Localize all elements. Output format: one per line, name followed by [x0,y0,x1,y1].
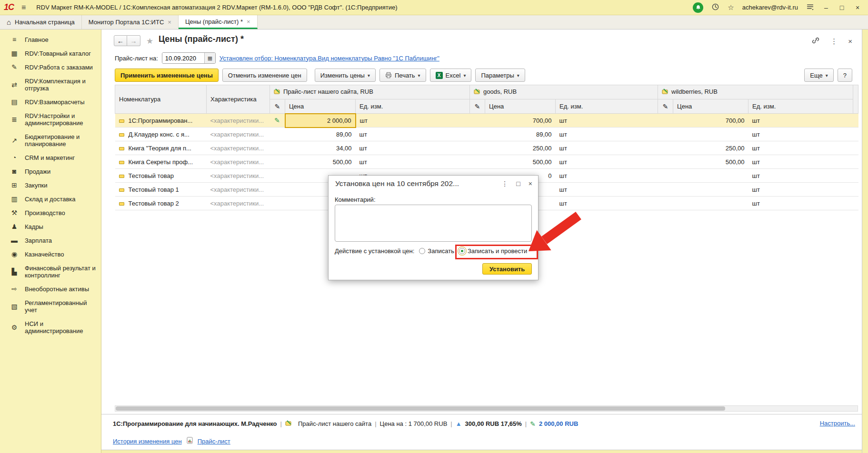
sidebar-item-vneoborotnye-aktivy[interactable]: ⇨Внеоборотные активы [0,282,101,296]
configure-link[interactable]: Настроить... [820,420,855,427]
get-link-icon[interactable] [811,36,820,46]
service-settings-icon[interactable] [806,3,814,11]
change-prices-button[interactable]: Изменить цены▾ [315,69,376,82]
sidebar-item-crm-marketing[interactable]: ◔CRM и маркетинг [0,151,101,165]
parameters-button[interactable]: Параметры▾ [475,69,525,82]
table-row[interactable]: 1С:Программирован... <характеристики... … [115,114,858,128]
price-cell[interactable]: 250,00 [485,141,556,155]
nomenclature-cell[interactable]: Тестовый товар [115,169,207,183]
sidebar-item-kaznacheystvo[interactable]: ◉Казначейство [0,247,101,261]
calendar-icon[interactable]: ▦ [204,53,215,63]
price-history-link[interactable]: История изменения цен [113,438,182,445]
unit-cell[interactable]: шт [556,183,658,197]
minimize-button[interactable]: – [822,4,830,11]
close-window-button[interactable]: × [854,4,861,11]
column-header-unit[interactable]: Ед. изм. [556,99,658,114]
column-header-unit[interactable]: Ед. изм. [356,99,470,114]
price-group-goods[interactable]: goods, RUB [470,85,658,99]
horizontal-scrollbar-thumb[interactable] [116,406,725,411]
tab-close-icon[interactable]: × [247,18,250,25]
column-header-unit[interactable]: Ед. изм. [748,99,853,114]
price-cell[interactable]: 500,00 [285,155,356,169]
help-button[interactable]: ? [838,69,852,82]
sidebar-item-glavnoe[interactable]: ≡Главное [0,33,101,47]
filter-link[interactable]: Установлен отбор: Номенклатура.Вид номен… [219,55,439,62]
unit-cell[interactable]: шт [748,169,853,183]
favorites-star-icon[interactable]: ☆ [728,4,734,11]
unit-cell[interactable]: шт [356,155,470,169]
tab-close-icon[interactable]: × [168,19,171,26]
forward-button[interactable]: → [127,35,140,46]
comment-textarea[interactable] [335,205,532,242]
favorite-star-icon[interactable]: ★ [146,36,153,46]
nomenclature-cell[interactable]: 1С:Программирован... [115,114,207,128]
sidebar-item-rdv-tovarny-katalog[interactable]: ▦RDV:Товарный каталог [0,47,101,60]
unit-cell[interactable]: шт [748,141,853,155]
nomenclature-cell[interactable]: Книга Секреты проф... [115,155,207,169]
characteristic-cell[interactable]: <характеристики... [207,114,270,128]
unit-cell[interactable]: шт [556,169,658,183]
unit-cell[interactable]: шт [356,128,470,141]
characteristic-cell[interactable]: <характеристики... [207,197,270,210]
excel-button[interactable]: XExcel▾ [430,69,472,82]
price-list-link[interactable]: Прайс-лист [198,438,230,445]
tab-prices[interactable]: Цены (прайс-лист) * × [179,15,258,29]
characteristic-cell[interactable]: <характеристики... [207,128,270,141]
table-row[interactable]: Книга Секреты проф... <характеристики...… [115,155,858,169]
price-group-wildberries[interactable]: wildberries, RUB [658,85,853,99]
nomenclature-cell[interactable]: Д.Клаудер конс. с я... [115,128,207,141]
sidebar-item-proizvodstvo[interactable]: ⚒Производство [0,206,101,220]
price-cell[interactable]: 89,00 [285,128,356,141]
cancel-price-change-button[interactable]: Отменить изменение цен [222,69,307,82]
unit-cell[interactable]: шт [556,141,658,155]
sidebar-item-kadry[interactable]: ♟Кадры [0,220,101,234]
sidebar-item-byudzhetirovanie[interactable]: ↗Бюджетирование и планирование [0,130,101,151]
date-input[interactable] [162,53,204,63]
column-header-characteristic[interactable]: Характеристика [207,85,270,114]
back-button[interactable]: ← [114,35,127,46]
unit-cell[interactable]: шт [748,155,853,169]
more-button[interactable]: Еще▾ [804,69,833,82]
characteristic-cell[interactable]: <характеристики... [207,183,270,197]
unit-cell[interactable]: шт [748,114,853,128]
unit-cell[interactable]: шт [556,197,658,210]
unit-cell[interactable]: шт [748,128,853,141]
characteristic-cell[interactable]: <характеристики... [207,141,270,155]
radio-write-and-post-label[interactable]: Записать и провести [468,247,527,255]
nomenclature-cell[interactable]: Тестовый товар 2 [115,197,207,210]
unit-cell[interactable]: шт [356,114,470,128]
characteristic-cell[interactable]: <характеристики... [207,155,270,169]
price-cell[interactable]: 500,00 [673,155,748,169]
apply-changed-prices-button[interactable]: Применить измененные цены [115,69,219,82]
selected-price-cell[interactable]: 2 000,00 [285,114,356,128]
price-cell[interactable]: 34,00 [285,141,356,155]
sidebar-item-rdv-nastroyki[interactable]: ≣RDV:Настройки и администрирование [0,109,101,130]
print-button[interactable]: Печать▾ [379,69,426,82]
unit-cell[interactable]: шт [356,141,470,155]
radio-write-label[interactable]: Записать [428,247,454,255]
column-header-price[interactable]: Цена [285,99,356,114]
column-header-price[interactable]: Цена [485,99,556,114]
unit-cell[interactable]: шт [748,197,853,210]
table-row[interactable]: Книга "Теория для п... <характеристики..… [115,141,858,155]
nomenclature-cell[interactable]: Тестовый товар 1 [115,183,207,197]
characteristic-cell[interactable]: <характеристики... [207,169,270,183]
column-header-nomenclature[interactable]: Номенклатура [115,85,207,114]
unit-cell[interactable]: шт [556,128,658,141]
price-cell[interactable]: 700,00 [673,114,748,128]
tab-home[interactable]: ⌂ Начальная страница [0,15,82,29]
sidebar-item-sklad-dostavka[interactable]: ▥Склад и доставка [0,192,101,206]
sidebar-item-zarplata[interactable]: ▬Зарплата [0,234,101,247]
price-cell[interactable]: 250,00 [673,141,748,155]
sidebar-item-rdv-vzaimoraschety[interactable]: ▤RDV:Взаиморасчеты [0,95,101,109]
sidebar-item-finansovy-rezultat[interactable]: ▙Финансовый результат и контроллинг [0,261,101,282]
maximize-button[interactable]: □ [838,4,846,11]
price-cell[interactable]: 89,00 [485,128,556,141]
column-header-price[interactable]: Цена [673,99,748,114]
more-menu-icon[interactable]: ⋮ [830,38,838,45]
price-cell[interactable]: 700,00 [485,114,556,128]
close-form-icon[interactable]: × [848,38,852,45]
main-menu-icon[interactable]: ≡ [21,3,26,12]
history-icon[interactable] [711,3,719,12]
unit-cell[interactable]: шт [556,155,658,169]
